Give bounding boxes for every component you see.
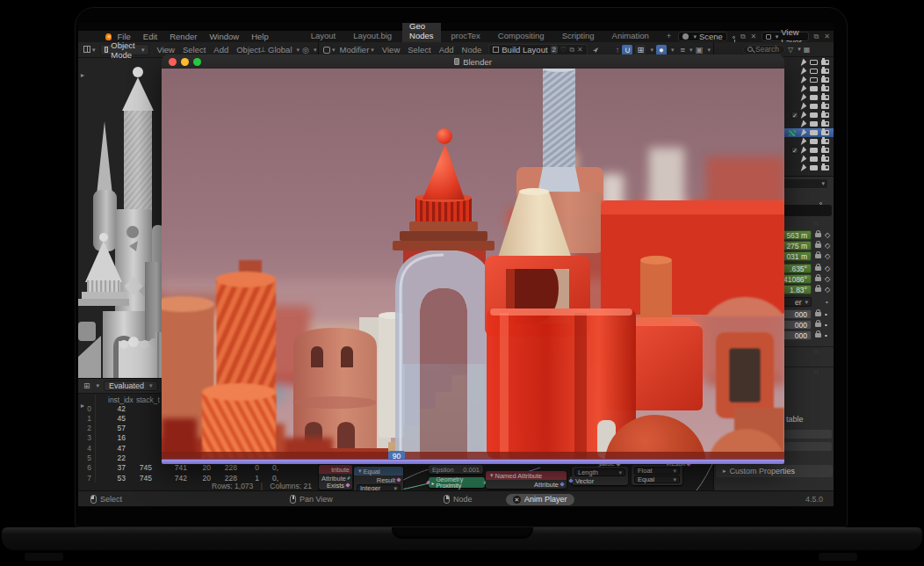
selectable-icon[interactable] [801,128,808,137]
outliner-search[interactable]: Search [743,45,785,54]
close-icon[interactable]: ✕ [824,33,830,40]
copy-icon[interactable]: ⧉ [814,33,819,41]
lock-icon[interactable] [815,266,821,271]
disable-render-icon[interactable] [821,148,829,153]
node-geometry-proximity[interactable]: ▸ Geometry Proximity [429,477,485,488]
node-named-attribute[interactable]: ▾ Named Attribute Attribute [486,471,567,489]
lock-icon[interactable] [815,333,821,337]
disable-render-icon[interactable] [821,60,829,65]
selectable-icon[interactable] [801,163,808,172]
node-menu-node[interactable]: Node [462,45,482,54]
workspace-tab-animation[interactable]: Animation [605,30,656,42]
disable-render-icon[interactable] [821,77,829,83]
view-layer-selector[interactable]: ▾ View Layer [762,32,808,41]
viewport-menu-add[interactable]: Add [213,45,228,54]
user-count-badge[interactable]: 2 [551,46,558,54]
editor-type-icon[interactable] [323,47,330,54]
topbar-menu-render[interactable]: Render [170,32,197,41]
blender-logo-icon[interactable] [105,33,112,40]
selectable-icon[interactable] [801,137,808,146]
node-compare-equal[interactable]: ▾ Equal Result Integer▾ [354,467,403,490]
node-menu-view[interactable]: View [382,45,400,54]
disable-render-icon[interactable] [821,130,829,135]
hide-viewport-icon[interactable] [810,95,818,100]
keyframe-icon[interactable]: ◇ [825,275,830,283]
hide-viewport-icon[interactable] [810,121,818,127]
selectable-icon[interactable] [801,120,808,128]
playback-timeline[interactable] [162,459,784,464]
hide-viewport-icon[interactable] [810,148,818,153]
keyframe-icon[interactable]: ◇ [825,231,830,239]
toolbar-expand-icon[interactable]: ▸ [81,71,84,79]
selectable-icon[interactable] [801,111,808,120]
pin-icon[interactable] [733,33,735,40]
snap-magnet-icon[interactable]: ∪ [622,45,632,55]
filter-icon[interactable]: ▽ [788,46,793,54]
keyframe-icon[interactable]: ◇ [825,286,830,294]
animate-dot[interactable]: • [826,298,828,306]
workspace-tab-geo-nodes[interactable]: Geo Nodes [402,23,440,42]
exists-socket[interactable] [345,483,350,488]
disable-render-icon[interactable] [821,121,829,127]
lock-icon[interactable] [815,243,821,248]
mode-selector[interactable]: Object Mode ▾ [100,44,149,55]
hide-viewport-icon[interactable] [810,130,818,135]
hide-viewport-icon[interactable] [810,104,818,109]
property-field[interactable] [784,430,832,439]
disable-render-icon[interactable] [821,139,829,144]
copy-icon[interactable]: ⧉ [740,33,746,41]
object-selector[interactable]: ▾ [783,178,828,189]
workspace-tab-compositing[interactable]: Compositing [491,30,552,42]
overlays-icon[interactable]: ≡ [680,45,685,54]
disable-render-icon[interactable] [821,95,829,100]
node-menu-add[interactable]: Add [439,45,454,54]
integer-dropdown[interactable]: Integer▾ [357,484,401,490]
disable-render-icon[interactable] [821,156,829,162]
workspace-tab-layout[interactable]: Layout [304,30,343,42]
render-window[interactable]: Blender [162,54,784,464]
float-dropdown[interactable]: Float▾ [634,467,680,475]
disable-render-icon[interactable] [821,86,829,91]
keyframe-icon[interactable]: • [825,331,827,339]
editor-split-icon[interactable]: ▣ [696,45,704,54]
topbar-menu-help[interactable]: Help [251,32,269,41]
workspace-tab-layout-big[interactable]: Layout.big [346,30,399,42]
result-socket[interactable] [396,477,401,483]
scene-name[interactable]: Scene [699,32,723,41]
selectable-icon[interactable] [801,76,808,84]
selectable-icon[interactable] [801,84,808,93]
node-vector-math[interactable]: Length▾ Vector [572,467,628,485]
hide-viewport-icon[interactable] [810,77,818,83]
epsilon-field[interactable]: Epsilon 0.001 [429,465,483,474]
lock-icon[interactable] [815,254,821,258]
pivot-point-icon[interactable]: ◎ [302,46,309,54]
exclude-checkbox[interactable]: ✓ [791,112,798,119]
viewport-menu-object[interactable]: Object [236,45,260,54]
input-socket[interactable] [426,480,430,484]
node-compare-float[interactable]: Float▾ Equal▾ [632,465,682,485]
workspace-tab-scripting[interactable]: Scripting [555,30,602,42]
exclude-checkbox[interactable]: ✓ [791,147,798,154]
lock-icon[interactable] [815,323,821,327]
viewport-menu-view[interactable]: View [157,45,175,54]
close-icon[interactable]: ✕ [577,46,583,54]
editor-type-icon[interactable] [83,45,90,54]
keyframe-icon[interactable]: ◇ [825,252,830,260]
viewport-menu-select[interactable]: Select [183,45,206,54]
keyframe-icon[interactable]: • [825,321,827,329]
attribute-socket[interactable] [559,482,565,487]
fake-user-icon[interactable]: ♡ [560,46,567,54]
topbar-menu-window[interactable]: Window [209,32,239,41]
attribute-socket[interactable] [347,476,350,480]
lock-icon[interactable] [815,287,821,292]
keyframe-icon[interactable]: • [825,310,827,318]
parent-up-icon[interactable]: ↑ [616,45,620,54]
sidebar-expand-icon[interactable]: ▸ [81,402,84,410]
scene-selector[interactable]: ▾ Scene [678,32,726,41]
dataset-selector[interactable]: Evaluated ▾ [104,381,158,391]
modifier-dropdown[interactable]: Modifier [340,45,370,54]
disable-render-icon[interactable] [821,69,829,74]
lock-icon[interactable] [815,312,821,316]
length-dropdown[interactable]: Length▾ [574,468,625,476]
disable-render-icon[interactable] [821,112,829,118]
